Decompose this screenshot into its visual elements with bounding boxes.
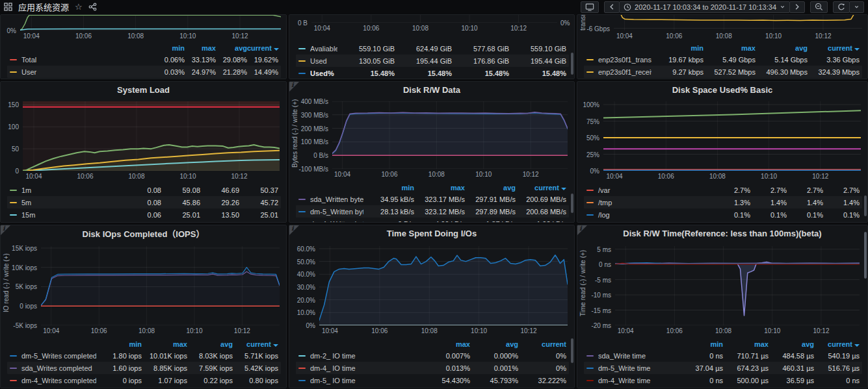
legend-series-label[interactable]: Total xyxy=(10,56,153,64)
refresh-interval-dropdown[interactable] xyxy=(849,1,864,13)
legend-series-label[interactable]: 1m xyxy=(10,186,122,194)
disk-rw-time-legend: minmaxavgcurrentsda_Write time0 ns710.71… xyxy=(577,337,867,388)
legend-row: dm-5_Write time37.04 µs674.23 µs460.31 µ… xyxy=(584,362,862,374)
legend-series-label[interactable]: 15m xyxy=(10,211,122,219)
panel-title[interactable]: Disk R/W Data xyxy=(289,82,574,97)
legend-sort-max[interactable]: max xyxy=(414,184,465,192)
disk-rw-chart[interactable]: 400 MB/s300 MB/s200 MB/s100 MB/s0 B/s-10… xyxy=(332,101,568,169)
legend-scrollbar[interactable] xyxy=(864,195,867,216)
legend-value: 1.4% xyxy=(823,199,860,207)
legend-series-label[interactable]: sda_Writes completed xyxy=(10,364,96,372)
legend-sort-current[interactable]: current xyxy=(814,340,860,348)
legend-series-label[interactable]: dm-4_ IO time xyxy=(298,364,422,372)
refresh-button[interactable] xyxy=(833,1,850,13)
disk-space-chart[interactable]: 100%75%50%25%0%10:0410:0610:0810:1010:12 xyxy=(603,101,861,171)
legend-series-label[interactable]: Avaliable xyxy=(298,45,337,53)
panel-scrollbar[interactable] xyxy=(864,232,867,279)
legend-sort-avg[interactable]: avg xyxy=(187,340,233,348)
legend-series-label[interactable]: enp23s0f1_transmit xyxy=(586,56,651,64)
legend-series-label[interactable]: /var xyxy=(586,186,714,194)
legend-sort-max[interactable]: max xyxy=(422,340,470,348)
legend-sort-avg[interactable]: avg xyxy=(756,44,808,52)
legend-value: 516.76 µs xyxy=(814,364,860,372)
io-time-chart[interactable]: 60.0%50.0%40.0%30.0%20.0%10.0%0%10:0410:… xyxy=(319,246,568,325)
dashboard-title[interactable]: 应用系统资源 xyxy=(18,1,69,13)
panel-title[interactable]: Time Spent Doing I/Os xyxy=(289,225,574,241)
info-icon[interactable]: i xyxy=(1,225,10,235)
legend-series-label[interactable]: User xyxy=(10,68,153,76)
legend-sort-avg[interactable]: avg xyxy=(216,44,247,52)
time-back-button[interactable] xyxy=(604,1,620,13)
legend-series-label[interactable]: 5m xyxy=(10,199,122,207)
info-icon[interactable]: i xyxy=(289,225,299,235)
legend-sort-min[interactable]: min xyxy=(363,184,414,192)
y-axis-tick: -10 ms xyxy=(591,292,611,299)
legend-sort-max[interactable]: max xyxy=(142,340,187,348)
legend-sort-current[interactable]: current xyxy=(233,340,278,348)
disk-rw-time-chart[interactable]: 5 ms0 ns-5 ms-10 ms-15 ms-20 ms10:0410:0… xyxy=(615,246,860,325)
legend-value: 1.3% xyxy=(714,199,750,207)
legend-row: /var2.7%2.7%2.7%2.7% xyxy=(584,184,862,196)
share-icon[interactable] xyxy=(88,3,97,11)
legend-scrollbar[interactable] xyxy=(571,194,573,213)
legend-series-label[interactable]: /log xyxy=(586,211,714,219)
legend-series-label[interactable]: dm-5_Written bytes xyxy=(298,208,363,216)
legend-series-label[interactable]: dm-4_Write time xyxy=(586,377,677,384)
panel-title[interactable]: Disk IOps Completed（IOPS） xyxy=(1,225,286,241)
legend-sort-avg[interactable]: avg xyxy=(465,184,516,192)
legend-series-label[interactable]: sda_Write time xyxy=(586,352,677,360)
tv-mode-button[interactable] xyxy=(581,1,599,13)
legend-sort-current[interactable]: current xyxy=(518,340,566,348)
legend-row: Used130.05 GiB195.44 GiB176.86 GiB195.44… xyxy=(296,55,569,67)
memory-chart[interactable]: 0 B0%10:0410:0610:0810:1010:12 xyxy=(311,15,557,23)
legend-series-label[interactable]: enp23s0f1_receive xyxy=(586,68,651,76)
legend-series-label[interactable]: /tmp xyxy=(586,199,714,207)
legend-series-label[interactable]: dm-5_Writes completed xyxy=(10,352,96,360)
favorite-star-icon[interactable]: ☆ xyxy=(75,3,83,11)
legend-series-label[interactable]: dm-4_Writes completed xyxy=(10,377,96,384)
info-icon[interactable]: i xyxy=(577,225,587,235)
x-axis-tick: 10:06 xyxy=(91,327,107,334)
zoom-out-time-button[interactable] xyxy=(810,1,828,13)
time-range-picker[interactable]: 2020-11-17 10:03:34 to 2020-11-17 10:13:… xyxy=(619,1,790,13)
series-color-swatch xyxy=(586,355,594,357)
legend-sort-max[interactable]: max xyxy=(704,44,756,52)
legend-series-label[interactable]: dm-4_Written bytes xyxy=(298,220,363,223)
y-axis-tick: 0 iops xyxy=(20,303,37,310)
panel-title[interactable]: System Load xyxy=(1,82,286,97)
legend-series-label[interactable]: dm-5_Write time xyxy=(586,364,677,372)
apps-grid-icon[interactable] xyxy=(4,3,12,11)
legend-sort-max[interactable]: max xyxy=(723,340,769,348)
legend-sort-min[interactable]: min xyxy=(677,340,723,348)
network-chart[interactable]: -6 Gbps10:0410:0610:0810:1010:12 xyxy=(614,15,862,31)
time-forward-button[interactable] xyxy=(789,1,805,13)
panel-title[interactable]: Disk R/W Time(Reference: less than 100ms… xyxy=(577,225,867,241)
legend-sort-min[interactable]: min xyxy=(96,340,142,348)
legend-series-label[interactable]: dm-2_ IO time xyxy=(298,352,422,360)
legend-series-label[interactable]: dm-5_ IO time xyxy=(298,377,422,384)
legend-sort-current[interactable]: current xyxy=(516,184,566,192)
x-axis-tick: 10:06 xyxy=(666,327,683,334)
legend-value: 0.22 iops xyxy=(187,377,233,384)
legend-series-label[interactable]: sda_Written bytes xyxy=(298,195,363,203)
legend-sort-current[interactable]: current xyxy=(247,44,278,52)
series-color-swatch xyxy=(10,380,17,381)
legend-sort-min[interactable]: min xyxy=(153,44,185,52)
panel-network: transm -6 Gbps10:0410:0610:0810:1010:12 … xyxy=(577,14,868,79)
legend-scrollbar[interactable] xyxy=(571,53,573,75)
legend-sort-current[interactable]: current xyxy=(808,44,860,52)
info-icon[interactable]: i xyxy=(289,82,299,92)
legend-series-label[interactable]: Used%(right-y) xyxy=(298,69,337,77)
system-load-chart[interactable]: 05010015010:0410:0610:0810:1010:12 xyxy=(23,101,280,171)
legend-sort-avg[interactable]: avg xyxy=(470,340,518,348)
legend-sort-min[interactable]: min xyxy=(651,44,704,52)
legend-row: 1m0.0859.0846.6950.37 xyxy=(7,184,281,196)
cpu-chart[interactable]: 0%10:0410:0610:0810:1010:12 xyxy=(20,15,281,31)
disk-iops-chart[interactable]: 15K iops10K iops5K iops0 iops-5K iops10:… xyxy=(41,246,280,325)
legend-series-label[interactable]: Used xyxy=(298,57,337,65)
panel-title[interactable]: Disk Space Used% Basic xyxy=(577,82,867,97)
legend-sort-avg[interactable]: avg xyxy=(769,340,814,348)
series-color-swatch xyxy=(586,214,594,216)
legend-sort-max[interactable]: max xyxy=(185,44,216,52)
legend-scrollbar[interactable] xyxy=(571,338,573,363)
